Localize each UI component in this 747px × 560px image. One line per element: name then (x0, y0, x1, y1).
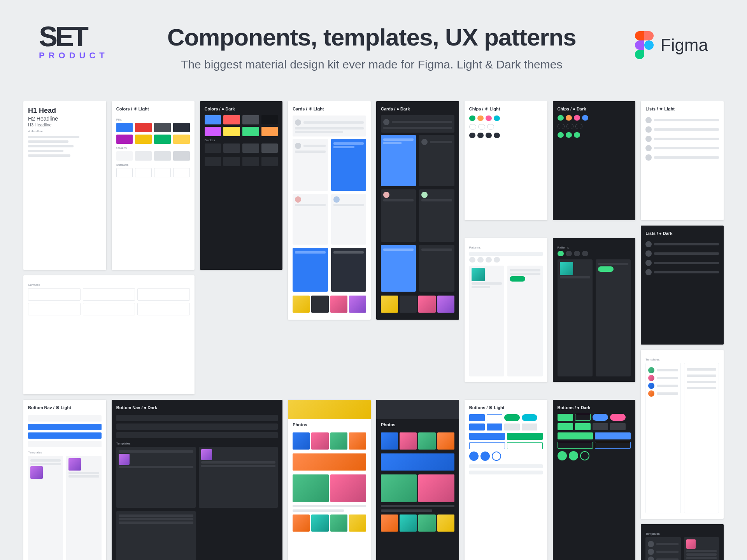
card-list-templates-light: Templates (641, 350, 724, 519)
card-cards-light: Cards / ☀ Light (288, 101, 371, 320)
card-bottom-nav-light: Bottom Nav / ☀ Light Templates (23, 400, 106, 560)
card-chip-patterns-dark: Patterns (553, 238, 636, 382)
card-buttons-light: Buttons / ☀ Light (465, 400, 547, 560)
figma-brand: Figma (635, 31, 708, 59)
card-surfaces: Surfaces (23, 275, 195, 394)
card-photos-light: Photos (288, 400, 371, 560)
card-colors-light: Colors / ☀ Light Fills Strokes Surfaces (112, 101, 195, 270)
card-lists-dark: Lists / ● Dark (641, 226, 724, 345)
card-cards-dark: Cards / ● Dark (376, 101, 459, 320)
card-chips-dark: Chips / ● Dark (553, 101, 636, 220)
card-list-templates-dark: Templates (641, 524, 724, 560)
component-gallery: H1 Head H2 Headline H3 Headline 4 Headli… (0, 101, 747, 560)
hero: SET PRODUCT Components, templates, UX pa… (0, 0, 747, 91)
card-photos-dark: Photos (376, 400, 459, 560)
brand-name: SET (39, 26, 86, 48)
card-buttons-dark: Buttons / ● Dark (553, 400, 636, 560)
page-title: Components, templates, UX patterns (109, 23, 635, 51)
h3-sample: H3 Headline (28, 122, 102, 127)
card-lists-light: Lists / ☀ Light (641, 101, 724, 220)
figma-logo-icon (635, 31, 654, 59)
figma-label: Figma (661, 35, 708, 55)
page-subtitle: The biggest material design kit ever mad… (109, 58, 635, 71)
card-typography: H1 Head H2 Headline H3 Headline 4 Headli… (23, 101, 106, 270)
h1-sample: H1 Head (28, 107, 102, 115)
card-chips-light: Chips / ☀ Light (465, 101, 547, 220)
card-colors-dark: Colors / ● Dark Strokes (200, 101, 283, 270)
card-bottom-nav-dark: Bottom Nav / ● Dark Templates (112, 400, 283, 560)
brand-logo: SET PRODUCT (39, 26, 109, 61)
brand-sub: PRODUCT (39, 51, 109, 61)
h2-sample: H2 Headline (28, 116, 102, 122)
card-chip-patterns-light: Patterns (465, 238, 547, 382)
